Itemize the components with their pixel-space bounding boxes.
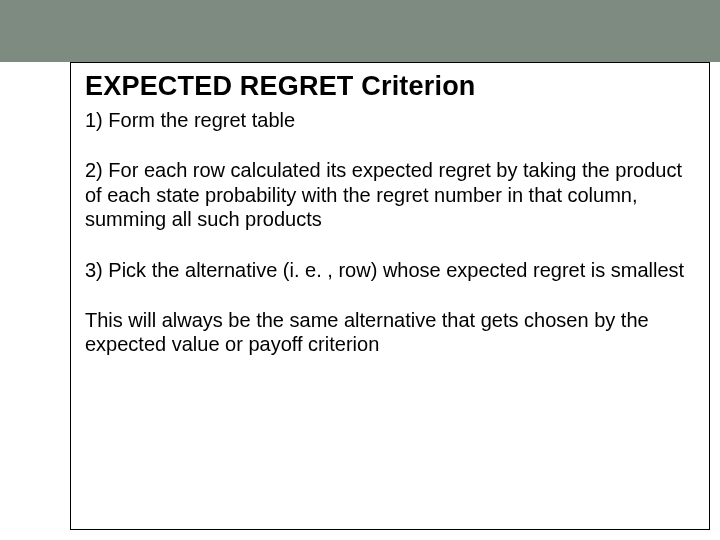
step-3: 3) Pick the alternative (i. e. , row) wh…: [85, 258, 695, 282]
step-1: 1) Form the regret table: [85, 108, 695, 132]
step-2: 2) For each row calculated its expected …: [85, 158, 695, 231]
slide-title: EXPECTED REGRET Criterion: [85, 71, 695, 102]
slide-body: 1) Form the regret table 2) For each row…: [85, 108, 695, 357]
slide-note: This will always be the same alternative…: [85, 308, 695, 357]
slide-card: EXPECTED REGRET Criterion 1) Form the re…: [70, 62, 710, 530]
header-band: [0, 0, 720, 62]
